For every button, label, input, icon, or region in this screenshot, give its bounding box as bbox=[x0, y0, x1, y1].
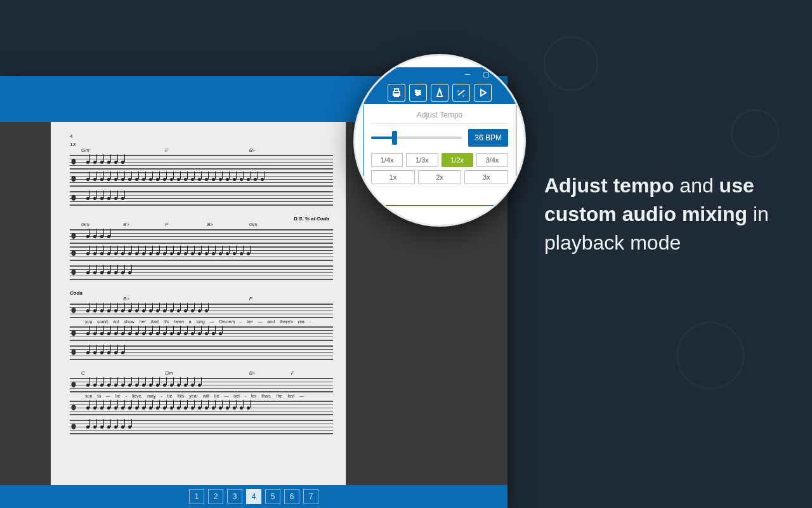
tempo-panel: Adjust Tempo 36 BPM 1/4x1/3x1/2x3/4x 1x2… bbox=[363, 104, 516, 206]
vocal-staff bbox=[70, 154, 333, 170]
staff-system: D.S. % al Coda Gm B♭ F B♭ Gm bbox=[70, 216, 333, 280]
chord-row: Gm F B♭ bbox=[70, 147, 333, 153]
chord-symbol bbox=[165, 296, 207, 302]
tempo-multiplier-button[interactable]: 1/4x bbox=[371, 153, 403, 167]
svg-rect-18 bbox=[395, 89, 398, 91]
staff-system: 12. Gm F B♭ bbox=[70, 142, 333, 206]
chord-symbol: Gm bbox=[81, 222, 123, 227]
rehearsal-mark: 12. bbox=[70, 142, 333, 147]
zoom-callout: ─ ▢ ✕ xy Adjust Tempo 36 BPM 1/4x1/3x1/2… bbox=[353, 54, 526, 227]
musical-direction: D.S. % al Coda bbox=[70, 216, 333, 222]
chord-symbol bbox=[291, 222, 333, 227]
promo-bold: Adjust tempo bbox=[544, 174, 674, 197]
page-button-3[interactable]: 3 bbox=[227, 489, 242, 504]
svg-point-24 bbox=[419, 92, 421, 94]
chord-symbol bbox=[291, 296, 333, 302]
svg-text:x: x bbox=[457, 89, 459, 93]
chord-symbol: B♭ bbox=[249, 370, 291, 376]
chord-symbol bbox=[81, 296, 123, 302]
play-button[interactable] bbox=[474, 84, 492, 102]
piano-grand-staff bbox=[70, 326, 333, 360]
svg-point-23 bbox=[416, 90, 417, 92]
multiplier-row: 1x2x3x bbox=[371, 170, 508, 184]
chord-symbol bbox=[207, 147, 249, 153]
chord-row: C Gm B♭ F bbox=[70, 370, 333, 376]
chord-symbol: F bbox=[291, 370, 333, 376]
page-number: 4 bbox=[70, 133, 333, 139]
page-navigation: 1234567 bbox=[0, 485, 508, 508]
page-button-5[interactable]: 5 bbox=[265, 489, 280, 504]
tempo-multiplier-button[interactable]: 3/4x bbox=[476, 153, 508, 167]
staff-system: Coda B♭ F you could not show her And it'… bbox=[70, 290, 333, 360]
svg-text:y: y bbox=[462, 93, 464, 97]
svg-point-25 bbox=[417, 94, 419, 96]
piano-grand-staff bbox=[70, 246, 333, 280]
zoom-toolbar: xy bbox=[363, 81, 516, 104]
slider-thumb-icon[interactable] bbox=[392, 131, 397, 145]
vocal-staff bbox=[70, 377, 333, 392]
tempo-multiplier-button[interactable]: 3x bbox=[464, 170, 508, 184]
zoom-title-bar: ─ ▢ ✕ bbox=[363, 67, 516, 81]
chord-symbol bbox=[291, 147, 333, 153]
rehearsal-mark: Coda bbox=[70, 290, 333, 296]
sheet-music-page: 4 12. Gm F B♭ D.S. % al Coda Gm B♭ bbox=[51, 122, 346, 508]
staff-system: C Gm B♭ F son to — be - lieve, may - be … bbox=[70, 370, 333, 434]
chord-symbol: F bbox=[165, 147, 207, 153]
multiplier-row: 1/4x1/3x1/2x3/4x bbox=[371, 153, 508, 167]
mixer-button[interactable] bbox=[409, 84, 427, 102]
tempo-slider[interactable] bbox=[371, 137, 462, 139]
piano-grand-staff bbox=[70, 171, 333, 206]
lyrics-line: son to — be - lieve, may - be this year … bbox=[70, 394, 333, 398]
tempo-multiplier-button[interactable]: 1x bbox=[371, 170, 415, 184]
chord-symbol: B♭ bbox=[207, 222, 249, 227]
chord-symbol: F bbox=[249, 296, 291, 302]
tempo-multiplier-button[interactable]: 1/2x bbox=[442, 153, 473, 167]
chord-symbol: B♭ bbox=[123, 222, 165, 227]
print-button[interactable] bbox=[388, 84, 405, 102]
chord-symbol bbox=[123, 370, 165, 376]
chord-symbol: B♭ bbox=[123, 296, 165, 302]
chord-symbol bbox=[123, 147, 165, 153]
chord-row: B♭ F bbox=[70, 296, 333, 302]
promo-span: and bbox=[674, 174, 719, 197]
chord-symbol: Gm bbox=[165, 370, 207, 376]
chord-symbol bbox=[207, 370, 249, 376]
lyrics-line: you could not show her And it's been a l… bbox=[70, 319, 333, 324]
page-button-1[interactable]: 1 bbox=[189, 489, 204, 504]
tempo-fraction-button[interactable]: xy bbox=[452, 84, 470, 102]
minimize-icon[interactable]: ─ bbox=[465, 70, 470, 78]
page-button-2[interactable]: 2 bbox=[208, 489, 223, 504]
svg-line-26 bbox=[440, 90, 442, 93]
vocal-staff bbox=[70, 303, 333, 318]
promo-text: Adjust tempo and use custom audio mixing… bbox=[544, 171, 785, 257]
tempo-multiplier-button[interactable]: 1/3x bbox=[406, 153, 438, 167]
chord-symbol: F bbox=[165, 222, 207, 227]
vocal-staff bbox=[70, 229, 333, 244]
piano-grand-staff bbox=[70, 400, 333, 434]
page-button-7[interactable]: 7 bbox=[303, 489, 318, 504]
chord-symbol bbox=[207, 296, 249, 302]
page-button-4[interactable]: 4 bbox=[246, 489, 261, 504]
maximize-icon[interactable]: ▢ bbox=[483, 70, 489, 79]
chord-symbol: Gm bbox=[81, 147, 123, 153]
bpm-display: 36 BPM bbox=[468, 129, 508, 147]
chord-row: Gm B♭ F B♭ Gm bbox=[70, 222, 333, 227]
tempo-panel-title: Adjust Tempo bbox=[371, 110, 508, 124]
tempo-multiplier-button[interactable]: 2x bbox=[418, 170, 462, 184]
chord-symbol: Gm bbox=[249, 222, 291, 227]
chord-symbol: C bbox=[81, 370, 123, 376]
page-button-6[interactable]: 6 bbox=[284, 489, 299, 504]
metronome-button[interactable] bbox=[431, 84, 449, 102]
chord-symbol: B♭ bbox=[249, 147, 291, 153]
